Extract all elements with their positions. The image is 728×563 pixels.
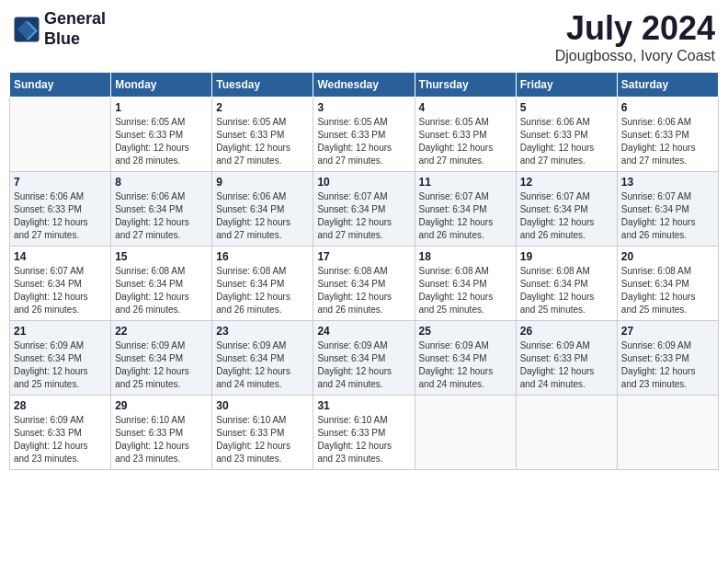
calendar-cell: 16Sunrise: 6:08 AM Sunset: 6:34 PM Dayli… — [212, 247, 313, 321]
day-info: Sunrise: 6:05 AM Sunset: 6:33 PM Dayligh… — [216, 116, 309, 167]
day-info: Sunrise: 6:06 AM Sunset: 6:33 PM Dayligh… — [621, 116, 714, 167]
calendar-cell: 25Sunrise: 6:09 AM Sunset: 6:34 PM Dayli… — [415, 321, 516, 396]
day-number: 19 — [520, 250, 613, 263]
day-info: Sunrise: 6:05 AM Sunset: 6:33 PM Dayligh… — [115, 116, 208, 167]
day-info: Sunrise: 6:09 AM Sunset: 6:34 PM Dayligh… — [14, 339, 107, 391]
day-info: Sunrise: 6:07 AM Sunset: 6:34 PM Dayligh… — [621, 190, 714, 242]
day-info: Sunrise: 6:06 AM Sunset: 6:33 PM Dayligh… — [520, 116, 613, 167]
calendar-cell: 3Sunrise: 6:05 AM Sunset: 6:33 PM Daylig… — [313, 98, 415, 172]
day-number: 31 — [317, 399, 410, 412]
day-header-friday: Friday — [516, 73, 617, 98]
day-number: 16 — [216, 250, 309, 263]
day-info: Sunrise: 6:09 AM Sunset: 6:33 PM Dayligh… — [621, 339, 714, 391]
calendar-cell: 21Sunrise: 6:09 AM Sunset: 6:34 PM Dayli… — [10, 321, 111, 396]
day-header-saturday: Saturday — [617, 73, 718, 98]
day-number: 3 — [317, 101, 410, 114]
day-info: Sunrise: 6:10 AM Sunset: 6:33 PM Dayligh… — [216, 414, 309, 465]
calendar-cell: 26Sunrise: 6:09 AM Sunset: 6:33 PM Dayli… — [516, 321, 617, 396]
calendar-week-2: 7Sunrise: 6:06 AM Sunset: 6:33 PM Daylig… — [10, 172, 719, 247]
calendar-cell: 20Sunrise: 6:08 AM Sunset: 6:34 PM Dayli… — [617, 247, 718, 321]
day-info: Sunrise: 6:09 AM Sunset: 6:34 PM Dayligh… — [317, 339, 410, 391]
calendar-cell: 28Sunrise: 6:09 AM Sunset: 6:33 PM Dayli… — [10, 396, 111, 470]
day-info: Sunrise: 6:05 AM Sunset: 6:33 PM Dayligh… — [419, 116, 512, 167]
day-info: Sunrise: 6:09 AM Sunset: 6:34 PM Dayligh… — [419, 339, 512, 391]
day-info: Sunrise: 6:07 AM Sunset: 6:34 PM Dayligh… — [14, 265, 107, 316]
day-info: Sunrise: 6:10 AM Sunset: 6:33 PM Dayligh… — [317, 414, 410, 465]
calendar-cell: 8Sunrise: 6:06 AM Sunset: 6:34 PM Daylig… — [111, 172, 212, 247]
day-number: 4 — [419, 101, 512, 114]
day-number: 11 — [419, 176, 512, 189]
day-number: 1 — [115, 101, 208, 114]
day-number: 12 — [520, 176, 613, 189]
calendar-cell: 24Sunrise: 6:09 AM Sunset: 6:34 PM Dayli… — [313, 321, 415, 396]
calendar-cell: 1Sunrise: 6:05 AM Sunset: 6:33 PM Daylig… — [111, 98, 212, 172]
header: General Blue July 2024 Djougbosso, Ivory… — [9, 9, 719, 64]
day-number: 14 — [14, 250, 107, 263]
location-title: Djougbosso, Ivory Coast — [555, 48, 715, 64]
day-info: Sunrise: 6:07 AM Sunset: 6:34 PM Dayligh… — [520, 190, 613, 242]
calendar-cell — [10, 98, 111, 172]
day-number: 5 — [520, 101, 613, 114]
calendar-cell: 27Sunrise: 6:09 AM Sunset: 6:33 PM Dayli… — [617, 321, 718, 396]
logo-icon — [13, 16, 40, 43]
calendar-cell: 11Sunrise: 6:07 AM Sunset: 6:34 PM Dayli… — [415, 172, 516, 247]
day-number: 8 — [115, 176, 208, 189]
calendar-cell: 5Sunrise: 6:06 AM Sunset: 6:33 PM Daylig… — [516, 98, 617, 172]
day-info: Sunrise: 6:08 AM Sunset: 6:34 PM Dayligh… — [621, 265, 714, 316]
day-info: Sunrise: 6:08 AM Sunset: 6:34 PM Dayligh… — [317, 265, 410, 316]
calendar-week-5: 28Sunrise: 6:09 AM Sunset: 6:33 PM Dayli… — [10, 396, 719, 470]
calendar-cell: 30Sunrise: 6:10 AM Sunset: 6:33 PM Dayli… — [212, 396, 313, 470]
calendar-cell: 23Sunrise: 6:09 AM Sunset: 6:34 PM Dayli… — [212, 321, 313, 396]
calendar-cell: 4Sunrise: 6:05 AM Sunset: 6:33 PM Daylig… — [415, 98, 516, 172]
day-number: 26 — [520, 325, 613, 338]
calendar-cell: 31Sunrise: 6:10 AM Sunset: 6:33 PM Dayli… — [313, 396, 415, 470]
day-header-tuesday: Tuesday — [212, 73, 313, 98]
logo: General Blue — [13, 9, 106, 49]
calendar-cell: 22Sunrise: 6:09 AM Sunset: 6:34 PM Dayli… — [111, 321, 212, 396]
calendar-table: SundayMondayTuesdayWednesdayThursdayFrid… — [9, 72, 719, 470]
day-number: 29 — [115, 399, 208, 412]
calendar-cell: 12Sunrise: 6:07 AM Sunset: 6:34 PM Dayli… — [516, 172, 617, 247]
calendar-cell: 13Sunrise: 6:07 AM Sunset: 6:34 PM Dayli… — [617, 172, 718, 247]
day-number: 28 — [14, 399, 107, 412]
day-info: Sunrise: 6:09 AM Sunset: 6:33 PM Dayligh… — [14, 414, 107, 465]
day-info: Sunrise: 6:05 AM Sunset: 6:33 PM Dayligh… — [317, 116, 410, 167]
calendar-week-1: 1Sunrise: 6:05 AM Sunset: 6:33 PM Daylig… — [10, 98, 719, 172]
day-number: 15 — [115, 250, 208, 263]
day-number: 24 — [317, 325, 410, 338]
day-header-sunday: Sunday — [10, 73, 111, 98]
calendar-cell: 14Sunrise: 6:07 AM Sunset: 6:34 PM Dayli… — [10, 247, 111, 321]
calendar-cell: 18Sunrise: 6:08 AM Sunset: 6:34 PM Dayli… — [415, 247, 516, 321]
day-info: Sunrise: 6:08 AM Sunset: 6:34 PM Dayligh… — [520, 265, 613, 316]
day-header-wednesday: Wednesday — [313, 73, 415, 98]
day-number: 25 — [419, 325, 512, 338]
day-number: 22 — [115, 325, 208, 338]
month-title: July 2024 — [555, 9, 715, 48]
calendar-cell: 7Sunrise: 6:06 AM Sunset: 6:33 PM Daylig… — [10, 172, 111, 247]
day-info: Sunrise: 6:09 AM Sunset: 6:33 PM Dayligh… — [520, 339, 613, 391]
day-info: Sunrise: 6:06 AM Sunset: 6:33 PM Dayligh… — [14, 190, 107, 242]
calendar-cell: 2Sunrise: 6:05 AM Sunset: 6:33 PM Daylig… — [212, 98, 313, 172]
logo-line1: General — [44, 9, 106, 29]
calendar-cell: 17Sunrise: 6:08 AM Sunset: 6:34 PM Dayli… — [313, 247, 415, 321]
day-info: Sunrise: 6:07 AM Sunset: 6:34 PM Dayligh… — [419, 190, 512, 242]
calendar-cell: 10Sunrise: 6:07 AM Sunset: 6:34 PM Dayli… — [313, 172, 415, 247]
calendar-cell: 6Sunrise: 6:06 AM Sunset: 6:33 PM Daylig… — [617, 98, 718, 172]
day-number: 20 — [621, 250, 714, 263]
day-number: 30 — [216, 399, 309, 412]
day-header-monday: Monday — [111, 73, 212, 98]
calendar-cell: 9Sunrise: 6:06 AM Sunset: 6:34 PM Daylig… — [212, 172, 313, 247]
day-info: Sunrise: 6:06 AM Sunset: 6:34 PM Dayligh… — [115, 190, 208, 242]
day-info: Sunrise: 6:09 AM Sunset: 6:34 PM Dayligh… — [216, 339, 309, 391]
day-header-thursday: Thursday — [415, 73, 516, 98]
calendar-cell: 15Sunrise: 6:08 AM Sunset: 6:34 PM Dayli… — [111, 247, 212, 321]
calendar-week-3: 14Sunrise: 6:07 AM Sunset: 6:34 PM Dayli… — [10, 247, 719, 321]
day-info: Sunrise: 6:08 AM Sunset: 6:34 PM Dayligh… — [216, 265, 309, 316]
calendar-week-4: 21Sunrise: 6:09 AM Sunset: 6:34 PM Dayli… — [10, 321, 719, 396]
day-number: 9 — [216, 176, 309, 189]
day-number: 23 — [216, 325, 309, 338]
day-info: Sunrise: 6:08 AM Sunset: 6:34 PM Dayligh… — [115, 265, 208, 316]
calendar-cell — [516, 396, 617, 470]
calendar-cell: 29Sunrise: 6:10 AM Sunset: 6:33 PM Dayli… — [111, 396, 212, 470]
day-info: Sunrise: 6:07 AM Sunset: 6:34 PM Dayligh… — [317, 190, 410, 242]
